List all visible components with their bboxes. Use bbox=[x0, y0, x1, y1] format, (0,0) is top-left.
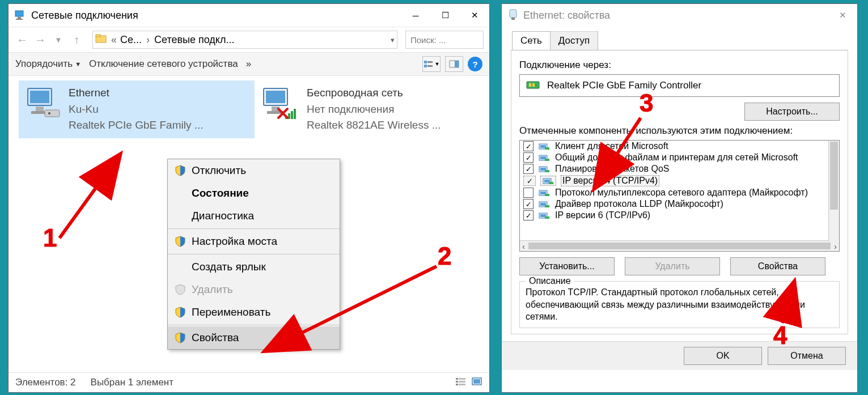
window-title: Сетевые подключения bbox=[31, 10, 401, 22]
ctx-properties[interactable]: Свойства bbox=[168, 326, 340, 349]
component-item[interactable]: ✓Общий доступ к файлам и принтерам для с… bbox=[520, 152, 839, 163]
svg-rect-28 bbox=[459, 378, 465, 380]
adapter-subtitle: Ku-Ku bbox=[69, 101, 204, 118]
address-dropdown-icon[interactable]: ▾ bbox=[391, 36, 395, 44]
disable-device-button[interactable]: Отключение сетевого устройства bbox=[89, 58, 238, 70]
ethernet-icon bbox=[23, 85, 63, 125]
component-item[interactable]: ✓IP версии 4 (TCP/IPv4) bbox=[520, 175, 839, 187]
ctx-delete: Удалить bbox=[168, 278, 340, 301]
adapter-device: Realtek PCIe GbE Family ... bbox=[69, 117, 204, 134]
component-item[interactable]: ✓Драйвер протокола LLDP (Майкрософт) bbox=[520, 198, 839, 210]
components-list[interactable]: ✓Клиент для сетей Microsoft✓Общий доступ… bbox=[519, 140, 840, 252]
svg-rect-45 bbox=[545, 159, 549, 161]
description-text: Протокол TCP/IP. Стандартный протокол гл… bbox=[526, 286, 833, 323]
checkbox[interactable]: ✓ bbox=[523, 176, 536, 186]
adapter-wireless[interactable]: Беспроводная сеть Нет подключения Realte… bbox=[257, 80, 493, 138]
svg-rect-7 bbox=[424, 65, 427, 67]
address-bar[interactable]: « Се... › Сетевые подкл... ▾ bbox=[92, 31, 397, 49]
properties-panel: Подключение через: Realtek PCIe GbE Fami… bbox=[511, 50, 848, 334]
svg-rect-48 bbox=[545, 170, 549, 172]
component-item[interactable]: Протокол мультиплексора сетевого адаптер… bbox=[520, 187, 839, 198]
ctx-disable[interactable]: Отключить bbox=[168, 159, 340, 182]
adapter-display: Realtek PCIe GbE Family Controller bbox=[519, 74, 840, 97]
back-button[interactable]: ← bbox=[14, 32, 30, 48]
adapter-device: Realtek 8821AE Wireless ... bbox=[307, 117, 441, 134]
checkbox[interactable] bbox=[523, 188, 533, 198]
ctx-shortcut[interactable]: Создать ярлык bbox=[168, 256, 340, 278]
svg-rect-8 bbox=[427, 65, 433, 67]
remove-button: Удалить bbox=[625, 257, 720, 275]
annotation-2: 2 bbox=[438, 244, 451, 269]
configure-button[interactable]: Настроить... bbox=[744, 103, 840, 121]
svg-rect-34 bbox=[473, 379, 480, 384]
checkbox[interactable]: ✓ bbox=[523, 199, 533, 209]
checkbox[interactable]: ✓ bbox=[523, 210, 533, 220]
breadcrumb-chevron-icon: › bbox=[146, 34, 150, 46]
ctx-diagnose[interactable]: Диагностика bbox=[168, 205, 340, 227]
more-commands[interactable]: » bbox=[246, 58, 251, 70]
ctx-status[interactable]: Состояние bbox=[168, 182, 340, 205]
app-icon bbox=[14, 9, 27, 23]
component-item[interactable]: ✓Клиент для сетей Microsoft bbox=[520, 141, 839, 152]
checkbox[interactable]: ✓ bbox=[523, 164, 533, 174]
tab-access[interactable]: Доступ bbox=[550, 31, 598, 50]
search-input[interactable]: Поиск: ... bbox=[405, 31, 484, 49]
checkbox[interactable]: ✓ bbox=[523, 141, 533, 151]
breadcrumb-part[interactable]: Сетевые подкл... bbox=[154, 34, 234, 46]
shield-icon bbox=[175, 236, 186, 247]
horizontal-scrollbar[interactable]: ‹› bbox=[520, 240, 839, 251]
component-item[interactable]: ✓IP версии 6 (TCP/IPv6) bbox=[520, 210, 839, 221]
minimize-button[interactable]: ─ bbox=[401, 4, 430, 27]
component-label: Клиент для сетей Microsoft bbox=[555, 141, 668, 151]
view-options-button[interactable]: ▼ bbox=[422, 56, 441, 72]
vertical-scrollbar[interactable] bbox=[828, 141, 839, 241]
adapter-subtitle: Нет подключения bbox=[307, 101, 441, 118]
close-button[interactable]: ✕ bbox=[460, 4, 489, 27]
close-button[interactable]: ✕ bbox=[828, 4, 857, 27]
titlebar[interactable]: Ethernet: свойства ✕ bbox=[502, 4, 857, 27]
adapter-ethernet[interactable]: Ethernet Ku-Ku Realtek PCIe GbE Family .… bbox=[19, 80, 255, 138]
svg-rect-30 bbox=[459, 381, 465, 383]
component-label: Планировщик пакетов QoS bbox=[555, 164, 669, 174]
recent-locations-button[interactable]: ▼ bbox=[50, 32, 66, 48]
annotation-4: 4 bbox=[773, 323, 787, 348]
breadcrumb-part[interactable]: Се... bbox=[120, 34, 142, 46]
component-label: Драйвер протокола LLDP (Майкрософт) bbox=[555, 199, 723, 209]
help-button[interactable]: ? bbox=[468, 57, 482, 71]
svg-rect-36 bbox=[511, 18, 515, 20]
shield-icon bbox=[175, 165, 186, 176]
shield-icon bbox=[175, 332, 186, 343]
svg-rect-39 bbox=[532, 83, 535, 87]
maximize-button[interactable]: ☐ bbox=[430, 4, 460, 27]
checkbox[interactable]: ✓ bbox=[523, 152, 533, 163]
protocol-icon bbox=[538, 211, 551, 220]
forward-button[interactable]: → bbox=[32, 32, 48, 48]
svg-rect-57 bbox=[545, 205, 549, 207]
organize-menu[interactable]: Упорядочить ▼ bbox=[15, 58, 81, 70]
wireless-icon bbox=[261, 85, 301, 125]
command-bar: Упорядочить ▼ Отключение сетевого устрой… bbox=[9, 52, 489, 76]
breadcrumb-separator: « bbox=[111, 34, 117, 46]
protocol-icon bbox=[538, 188, 551, 197]
cancel-button[interactable]: Отмена bbox=[768, 347, 846, 365]
ctx-bridge[interactable]: Настройка моста bbox=[168, 230, 340, 253]
large-icons-view-icon[interactable] bbox=[471, 377, 482, 389]
protocol-icon bbox=[538, 199, 551, 209]
ok-button[interactable]: OK bbox=[684, 347, 762, 365]
component-properties-button[interactable]: Свойства bbox=[730, 257, 825, 275]
annotation-3: 3 bbox=[640, 91, 653, 116]
context-menu: Отключить Состояние Диагностика Настройк… bbox=[167, 159, 340, 350]
svg-rect-51 bbox=[549, 182, 553, 184]
component-item[interactable]: ✓Планировщик пакетов QoS bbox=[520, 163, 839, 175]
install-button[interactable]: Установить... bbox=[519, 257, 615, 275]
tab-network[interactable]: Сеть bbox=[512, 31, 551, 50]
up-button[interactable]: ↑ bbox=[69, 32, 84, 48]
ctx-rename[interactable]: Переименовать bbox=[168, 301, 340, 324]
adapter-name: Ethernet bbox=[69, 85, 204, 101]
titlebar[interactable]: Сетевые подключения ─ ☐ ✕ bbox=[9, 4, 489, 27]
details-view-icon[interactable] bbox=[455, 377, 467, 389]
shield-icon bbox=[175, 307, 186, 318]
svg-rect-29 bbox=[456, 381, 458, 383]
preview-pane-button[interactable] bbox=[445, 56, 463, 72]
connect-via-label: Подключение через: bbox=[519, 60, 840, 71]
